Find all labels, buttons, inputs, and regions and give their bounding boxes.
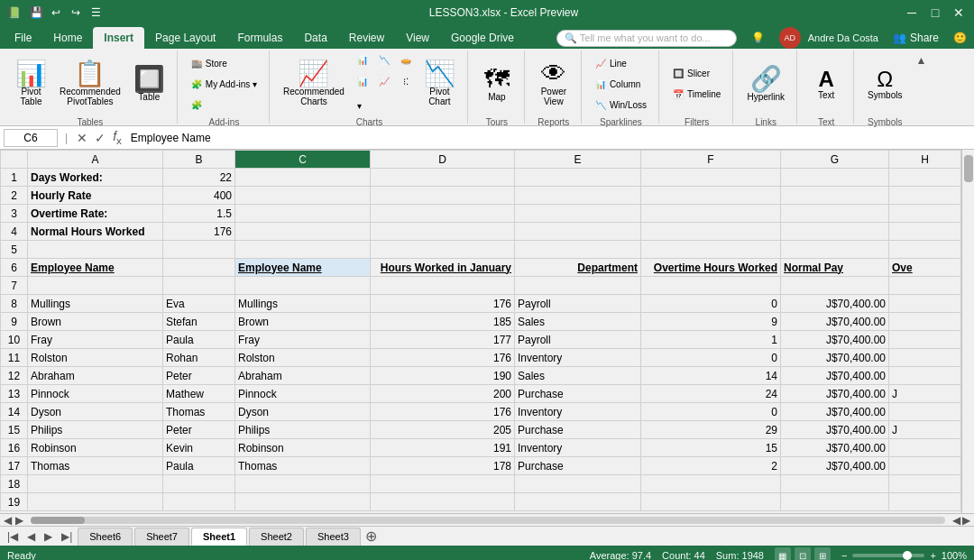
cell-H10[interactable] bbox=[889, 331, 961, 349]
cell-reference-input[interactable] bbox=[4, 129, 58, 147]
hyperlink-button[interactable]: 🔗 Hyperlink bbox=[742, 52, 789, 115]
cell-H6[interactable]: Ove bbox=[889, 259, 961, 277]
cell-D1[interactable] bbox=[371, 169, 515, 187]
cell-F4[interactable] bbox=[641, 223, 781, 241]
cell-B10[interactable]: Paula bbox=[163, 331, 235, 349]
cell-F10[interactable]: 1 bbox=[641, 331, 781, 349]
cell-D9[interactable]: 185 bbox=[371, 313, 515, 331]
cell-D5[interactable] bbox=[371, 241, 515, 259]
sheet-tab-sheet7[interactable]: Sheet7 bbox=[134, 528, 189, 546]
zoom-in-button[interactable]: + bbox=[930, 550, 935, 560]
col-header-e[interactable]: E bbox=[515, 151, 641, 169]
cell-D4[interactable] bbox=[371, 223, 515, 241]
cell-F7[interactable] bbox=[641, 277, 781, 295]
store-button[interactable]: 🏬 Store bbox=[187, 53, 262, 73]
cell-H18[interactable] bbox=[889, 475, 961, 493]
cell-C12[interactable]: Abraham bbox=[235, 367, 371, 385]
cell-H11[interactable] bbox=[889, 349, 961, 367]
cell-B13[interactable]: Mathew bbox=[163, 385, 235, 403]
col-header-h[interactable]: H bbox=[889, 151, 961, 169]
cell-F12[interactable]: 14 bbox=[641, 367, 781, 385]
table-row[interactable]: 2Hourly Rate400 bbox=[1, 187, 961, 205]
cell-G15[interactable]: J$70,400.00 bbox=[781, 421, 889, 439]
cell-G17[interactable]: J$70,400.00 bbox=[781, 457, 889, 475]
cell-B7[interactable] bbox=[163, 277, 235, 295]
table-row[interactable]: 14DysonThomasDyson176Inventory0J$70,400.… bbox=[1, 403, 961, 421]
table-row[interactable]: 8MullingsEvaMullings176Payroll0J$70,400.… bbox=[1, 295, 961, 313]
cell-C13[interactable]: Pinnock bbox=[235, 385, 371, 403]
column-sparkline-button[interactable]: 📊Column bbox=[591, 74, 651, 94]
cell-E9[interactable]: Sales bbox=[515, 313, 641, 331]
close-button[interactable]: ✕ bbox=[951, 5, 967, 21]
cell-B1[interactable]: 22 bbox=[163, 169, 235, 187]
table-row[interactable]: 12AbrahamPeterAbraham190Sales14J$70,400.… bbox=[1, 367, 961, 385]
cell-C7[interactable] bbox=[235, 277, 371, 295]
cell-F3[interactable] bbox=[641, 205, 781, 223]
table-row[interactable]: 6Employee NameEmployee NameHours Worked … bbox=[1, 259, 961, 277]
cell-E19[interactable] bbox=[515, 493, 641, 511]
vertical-scrollbar[interactable] bbox=[961, 150, 974, 513]
pie-chart-button[interactable]: 🥧 bbox=[396, 52, 416, 72]
cell-A3[interactable]: Overtime Rate: bbox=[28, 205, 163, 223]
puzzle-button[interactable]: 🧩 bbox=[187, 95, 262, 115]
horizontal-scrollbar[interactable]: ◀ ▶ ◀ ▶ bbox=[0, 513, 974, 526]
zoom-slider[interactable] bbox=[852, 554, 924, 557]
sheet-tab-sheet2[interactable]: Sheet2 bbox=[249, 528, 304, 546]
cell-C17[interactable]: Thomas bbox=[235, 457, 371, 475]
cell-H14[interactable] bbox=[889, 403, 961, 421]
cell-H16[interactable] bbox=[889, 439, 961, 457]
cell-E3[interactable] bbox=[515, 205, 641, 223]
cell-E4[interactable] bbox=[515, 223, 641, 241]
symbols-button[interactable]: Ω Symbols bbox=[863, 52, 906, 115]
scroll-right-icon[interactable]: ▶ bbox=[15, 514, 23, 527]
sheet-area[interactable]: A B C D E F G H 1Days Worked:222Hourly R… bbox=[0, 150, 961, 513]
pivot-chart-button[interactable]: 📉 PivotChart bbox=[419, 52, 460, 115]
cell-D14[interactable]: 176 bbox=[371, 403, 515, 421]
cell-A4[interactable]: Normal Hours Worked bbox=[28, 223, 163, 241]
cell-G16[interactable]: J$70,400.00 bbox=[781, 439, 889, 457]
col-header-d[interactable]: D bbox=[371, 151, 515, 169]
cell-C18[interactable] bbox=[235, 475, 371, 493]
cell-B6[interactable] bbox=[163, 259, 235, 277]
cell-F9[interactable]: 9 bbox=[641, 313, 781, 331]
cell-B5[interactable] bbox=[163, 241, 235, 259]
cell-F8[interactable]: 0 bbox=[641, 295, 781, 313]
recommended-pivot-tables-button[interactable]: 📋 RecommendedPivotTables bbox=[55, 52, 125, 115]
cell-F18[interactable] bbox=[641, 475, 781, 493]
cell-G1[interactable] bbox=[781, 169, 889, 187]
cell-E13[interactable]: Purchase bbox=[515, 385, 641, 403]
tab-formulas[interactable]: Formulas bbox=[226, 27, 293, 49]
cell-H17[interactable] bbox=[889, 457, 961, 475]
confirm-formula-button[interactable]: ✓ bbox=[93, 131, 107, 145]
cell-G5[interactable] bbox=[781, 241, 889, 259]
cell-H5[interactable] bbox=[889, 241, 961, 259]
cell-F19[interactable] bbox=[641, 493, 781, 511]
tab-insert[interactable]: Insert bbox=[93, 27, 144, 49]
cell-H3[interactable] bbox=[889, 205, 961, 223]
cell-H12[interactable] bbox=[889, 367, 961, 385]
cell-A6[interactable]: Employee Name bbox=[28, 259, 163, 277]
cell-B14[interactable]: Thomas bbox=[163, 403, 235, 421]
scroll-thumb[interactable] bbox=[964, 155, 973, 182]
cancel-formula-button[interactable]: ✕ bbox=[75, 131, 89, 145]
share-label[interactable]: Share bbox=[910, 32, 939, 44]
search-box[interactable]: 🔍 Tell me what you want to do... bbox=[556, 30, 737, 47]
cell-G3[interactable] bbox=[781, 205, 889, 223]
scroll-left-icon[interactable]: ◀ bbox=[4, 514, 12, 527]
cell-E18[interactable] bbox=[515, 475, 641, 493]
cell-B8[interactable]: Eva bbox=[163, 295, 235, 313]
cell-B18[interactable] bbox=[163, 475, 235, 493]
cell-C5[interactable] bbox=[235, 241, 371, 259]
cell-C16[interactable]: Robinson bbox=[235, 439, 371, 457]
tab-data[interactable]: Data bbox=[293, 27, 337, 49]
cell-G6[interactable]: Normal Pay bbox=[781, 259, 889, 277]
cell-F11[interactable]: 0 bbox=[641, 349, 781, 367]
cell-D10[interactable]: 177 bbox=[371, 331, 515, 349]
cell-H4[interactable] bbox=[889, 223, 961, 241]
table-row[interactable]: 18 bbox=[1, 475, 961, 493]
cell-D2[interactable] bbox=[371, 187, 515, 205]
slicer-button[interactable]: 🔲Slicer bbox=[668, 64, 725, 84]
line-sparkline-button[interactable]: 📈Line bbox=[591, 53, 651, 73]
cell-B19[interactable] bbox=[163, 493, 235, 511]
normal-view-button[interactable]: ▦ bbox=[775, 547, 791, 560]
